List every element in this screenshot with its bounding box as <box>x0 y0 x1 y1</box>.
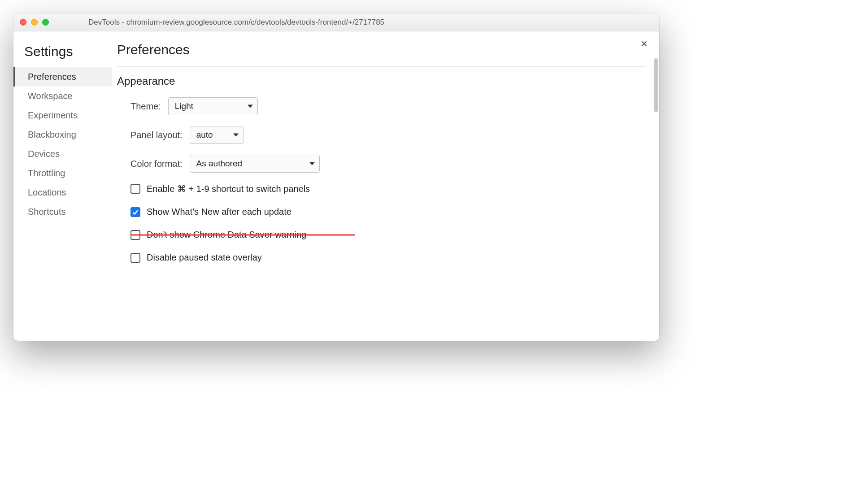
sidebar-item-shortcuts[interactable]: Shortcuts <box>13 202 112 222</box>
check-enable-shortcut[interactable]: Enable ⌘ + 1-9 shortcut to switch panels <box>130 183 646 194</box>
maximize-window-icon[interactable] <box>42 19 49 26</box>
window-title: DevTools - chromium-review.googlesource.… <box>88 18 653 27</box>
check-whats-new[interactable]: Show What's New after each update <box>130 207 646 217</box>
divider <box>117 66 646 67</box>
preferences-panel: Preferences Appearance Theme: Light Pane… <box>112 31 659 341</box>
sidebar-item-experiments[interactable]: Experiments <box>13 106 112 125</box>
close-window-icon[interactable] <box>20 19 26 26</box>
panel-layout-select-value: auto <box>196 130 213 140</box>
check-disable-paused-overlay[interactable]: Disable paused state overlay <box>130 252 646 263</box>
checkbox-icon <box>130 184 140 194</box>
section-appearance-title: Appearance <box>117 75 646 87</box>
settings-sidebar: Settings Preferences Workspace Experimen… <box>13 31 112 341</box>
checkbox-checked-icon <box>130 207 140 217</box>
titlebar: DevTools - chromium-review.googlesource.… <box>13 13 659 31</box>
app-window: DevTools - chromium-review.googlesource.… <box>13 13 659 341</box>
sidebar-item-devices[interactable]: Devices <box>13 144 112 164</box>
check-label: Enable ⌘ + 1-9 shortcut to switch panels <box>147 183 310 194</box>
page-title: Preferences <box>117 42 646 57</box>
sidebar-item-locations[interactable]: Locations <box>13 183 112 202</box>
sidebar-item-blackboxing[interactable]: Blackboxing <box>13 125 112 144</box>
theme-select[interactable]: Light <box>168 97 258 115</box>
check-label: Show What's New after each update <box>147 207 291 217</box>
chevron-down-icon <box>309 162 315 165</box>
panel-layout-label: Panel layout: <box>130 130 183 140</box>
sidebar-item-workspace[interactable]: Workspace <box>13 87 112 106</box>
panel-layout-select[interactable]: auto <box>190 126 243 144</box>
sidebar-item-preferences[interactable]: Preferences <box>13 67 112 87</box>
chevron-down-icon <box>248 105 253 108</box>
color-format-select[interactable]: As authored <box>190 155 320 173</box>
check-data-saver[interactable]: Don't show Chrome Data Saver warning <box>130 230 346 240</box>
strikethrough-annotation <box>130 234 355 235</box>
sidebar-heading: Settings <box>24 44 112 59</box>
color-format-row: Color format: As authored <box>130 155 646 173</box>
theme-row: Theme: Light <box>130 97 646 115</box>
minimize-window-icon[interactable] <box>31 19 38 26</box>
sidebar-item-throttling[interactable]: Throttling <box>13 164 112 183</box>
color-format-select-value: As authored <box>196 159 242 169</box>
color-format-label: Color format: <box>130 159 183 169</box>
panel-layout-row: Panel layout: auto <box>130 126 646 144</box>
content: × Settings Preferences Workspace Experim… <box>13 31 659 341</box>
traffic-lights <box>20 19 49 26</box>
checkbox-icon <box>130 253 140 263</box>
chevron-down-icon <box>233 134 239 137</box>
check-label: Disable paused state overlay <box>147 252 262 263</box>
theme-label: Theme: <box>130 101 161 112</box>
theme-select-value: Light <box>175 101 193 111</box>
